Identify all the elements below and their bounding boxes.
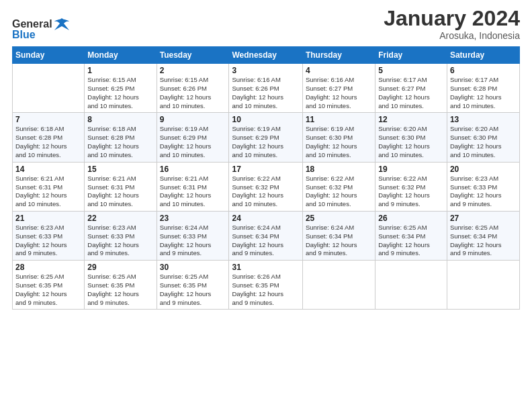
day-number: 24 — [232, 214, 299, 223]
day-number: 13 — [450, 115, 517, 124]
day-number: 21 — [15, 214, 81, 223]
day-info: Sunrise: 6:20 AM Sunset: 6:30 PM Dayligh… — [378, 125, 444, 159]
day-cell: 8Sunrise: 6:18 AM Sunset: 6:28 PM Daylig… — [85, 113, 157, 162]
calendar-header-row: Sunday Monday Tuesday Wednesday Thursday… — [13, 47, 520, 64]
day-number: 4 — [306, 66, 372, 75]
day-cell: 27Sunrise: 6:25 AM Sunset: 6:34 PM Dayli… — [447, 211, 519, 260]
page: General Blue January 2024 Arosuka, Indon… — [0, 0, 532, 411]
day-cell: 31Sunrise: 6:26 AM Sunset: 6:35 PM Dayli… — [229, 261, 302, 310]
day-info: Sunrise: 6:22 AM Sunset: 6:32 PM Dayligh… — [232, 175, 299, 209]
day-number: 16 — [160, 165, 226, 174]
day-info: Sunrise: 6:25 AM Sunset: 6:34 PM Dayligh… — [378, 224, 444, 258]
header: General Blue January 2024 Arosuka, Indon… — [12, 7, 520, 41]
day-info: Sunrise: 6:19 AM Sunset: 6:29 PM Dayligh… — [232, 125, 299, 159]
day-info: Sunrise: 6:24 AM Sunset: 6:33 PM Dayligh… — [160, 224, 226, 258]
day-info: Sunrise: 6:17 AM Sunset: 6:27 PM Dayligh… — [378, 76, 444, 110]
day-info: Sunrise: 6:17 AM Sunset: 6:28 PM Dayligh… — [450, 76, 517, 110]
day-cell: 28Sunrise: 6:25 AM Sunset: 6:35 PM Dayli… — [13, 261, 85, 310]
day-number: 3 — [232, 66, 299, 75]
day-info: Sunrise: 6:25 AM Sunset: 6:35 PM Dayligh… — [15, 273, 81, 307]
day-cell: 22Sunrise: 6:23 AM Sunset: 6:33 PM Dayli… — [85, 211, 157, 260]
day-cell: 1Sunrise: 6:15 AM Sunset: 6:25 PM Daylig… — [85, 64, 157, 113]
day-number: 27 — [450, 214, 517, 223]
day-number: 20 — [450, 165, 517, 174]
day-cell: 25Sunrise: 6:24 AM Sunset: 6:34 PM Dayli… — [302, 211, 375, 260]
day-number: 5 — [378, 66, 444, 75]
day-number: 22 — [87, 214, 153, 223]
day-cell: 3Sunrise: 6:16 AM Sunset: 6:26 PM Daylig… — [229, 64, 302, 113]
day-cell: 11Sunrise: 6:19 AM Sunset: 6:30 PM Dayli… — [302, 113, 375, 162]
day-number: 6 — [450, 66, 517, 75]
week-row-4: 21Sunrise: 6:23 AM Sunset: 6:33 PM Dayli… — [13, 211, 520, 260]
day-number: 10 — [232, 115, 299, 124]
day-cell: 29Sunrise: 6:25 AM Sunset: 6:35 PM Dayli… — [85, 261, 157, 310]
day-cell: 14Sunrise: 6:21 AM Sunset: 6:31 PM Dayli… — [13, 162, 85, 211]
day-number: 28 — [15, 263, 81, 272]
day-cell: 5Sunrise: 6:17 AM Sunset: 6:27 PM Daylig… — [375, 64, 447, 113]
day-info: Sunrise: 6:20 AM Sunset: 6:30 PM Dayligh… — [450, 125, 517, 159]
day-cell: 15Sunrise: 6:21 AM Sunset: 6:31 PM Dayli… — [85, 162, 157, 211]
day-cell: 19Sunrise: 6:22 AM Sunset: 6:32 PM Dayli… — [375, 162, 447, 211]
day-number: 8 — [87, 115, 153, 124]
day-number: 9 — [160, 115, 226, 124]
header-saturday: Saturday — [447, 47, 519, 64]
day-info: Sunrise: 6:22 AM Sunset: 6:32 PM Dayligh… — [306, 175, 372, 209]
day-cell: 20Sunrise: 6:23 AM Sunset: 6:33 PM Dayli… — [447, 162, 519, 211]
day-cell — [447, 261, 519, 310]
day-cell — [13, 64, 85, 113]
day-cell: 6Sunrise: 6:17 AM Sunset: 6:28 PM Daylig… — [447, 64, 519, 113]
day-info: Sunrise: 6:19 AM Sunset: 6:30 PM Dayligh… — [306, 125, 372, 159]
day-cell: 16Sunrise: 6:21 AM Sunset: 6:31 PM Dayli… — [157, 162, 229, 211]
day-cell: 21Sunrise: 6:23 AM Sunset: 6:33 PM Dayli… — [13, 211, 85, 260]
day-info: Sunrise: 6:15 AM Sunset: 6:25 PM Dayligh… — [87, 76, 153, 110]
header-friday: Friday — [375, 47, 447, 64]
day-info: Sunrise: 6:18 AM Sunset: 6:28 PM Dayligh… — [87, 125, 153, 159]
day-cell: 4Sunrise: 6:16 AM Sunset: 6:27 PM Daylig… — [302, 64, 375, 113]
day-number: 19 — [378, 165, 444, 174]
day-info: Sunrise: 6:21 AM Sunset: 6:31 PM Dayligh… — [15, 175, 81, 209]
day-info: Sunrise: 6:25 AM Sunset: 6:34 PM Dayligh… — [450, 224, 517, 258]
day-cell: 18Sunrise: 6:22 AM Sunset: 6:32 PM Dayli… — [302, 162, 375, 211]
day-cell: 10Sunrise: 6:19 AM Sunset: 6:29 PM Dayli… — [229, 113, 302, 162]
header-wednesday: Wednesday — [229, 47, 302, 64]
day-number: 25 — [306, 214, 372, 223]
day-info: Sunrise: 6:21 AM Sunset: 6:31 PM Dayligh… — [160, 175, 226, 209]
location: Arosuka, Indonesia — [384, 30, 520, 41]
day-cell: 2Sunrise: 6:15 AM Sunset: 6:26 PM Daylig… — [157, 64, 229, 113]
day-number: 2 — [160, 66, 226, 75]
day-cell: 24Sunrise: 6:24 AM Sunset: 6:34 PM Dayli… — [229, 211, 302, 260]
month-title: January 2024 — [384, 7, 520, 30]
day-info: Sunrise: 6:26 AM Sunset: 6:35 PM Dayligh… — [232, 273, 299, 307]
day-number: 12 — [378, 115, 444, 124]
week-row-1: 1Sunrise: 6:15 AM Sunset: 6:25 PM Daylig… — [13, 64, 520, 113]
day-cell — [302, 261, 375, 310]
day-number: 26 — [378, 214, 444, 223]
day-cell: 12Sunrise: 6:20 AM Sunset: 6:30 PM Dayli… — [375, 113, 447, 162]
day-info: Sunrise: 6:23 AM Sunset: 6:33 PM Dayligh… — [87, 224, 153, 258]
calendar: Sunday Monday Tuesday Wednesday Thursday… — [12, 46, 520, 310]
day-cell: 30Sunrise: 6:25 AM Sunset: 6:35 PM Dayli… — [157, 261, 229, 310]
day-info: Sunrise: 6:16 AM Sunset: 6:26 PM Dayligh… — [232, 76, 299, 110]
header-sunday: Sunday — [13, 47, 85, 64]
title-area: January 2024 Arosuka, Indonesia — [384, 7, 520, 41]
day-info: Sunrise: 6:24 AM Sunset: 6:34 PM Dayligh… — [232, 224, 299, 258]
day-info: Sunrise: 6:23 AM Sunset: 6:33 PM Dayligh… — [15, 224, 81, 258]
logo-blue: Blue — [12, 29, 36, 41]
day-number: 23 — [160, 214, 226, 223]
day-number: 7 — [15, 115, 81, 124]
day-number: 30 — [160, 263, 226, 272]
header-monday: Monday — [85, 47, 157, 64]
day-cell: 26Sunrise: 6:25 AM Sunset: 6:34 PM Dayli… — [375, 211, 447, 260]
day-number: 11 — [306, 115, 372, 124]
day-number: 1 — [87, 66, 153, 75]
day-info: Sunrise: 6:25 AM Sunset: 6:35 PM Dayligh… — [87, 273, 153, 307]
day-number: 15 — [87, 165, 153, 174]
day-cell: 9Sunrise: 6:19 AM Sunset: 6:29 PM Daylig… — [157, 113, 229, 162]
logo: General Blue — [12, 17, 69, 41]
header-tuesday: Tuesday — [157, 47, 229, 64]
day-cell — [375, 261, 447, 310]
day-info: Sunrise: 6:23 AM Sunset: 6:33 PM Dayligh… — [450, 175, 517, 209]
day-cell: 13Sunrise: 6:20 AM Sunset: 6:30 PM Dayli… — [447, 113, 519, 162]
week-row-5: 28Sunrise: 6:25 AM Sunset: 6:35 PM Dayli… — [13, 261, 520, 310]
header-thursday: Thursday — [302, 47, 375, 64]
